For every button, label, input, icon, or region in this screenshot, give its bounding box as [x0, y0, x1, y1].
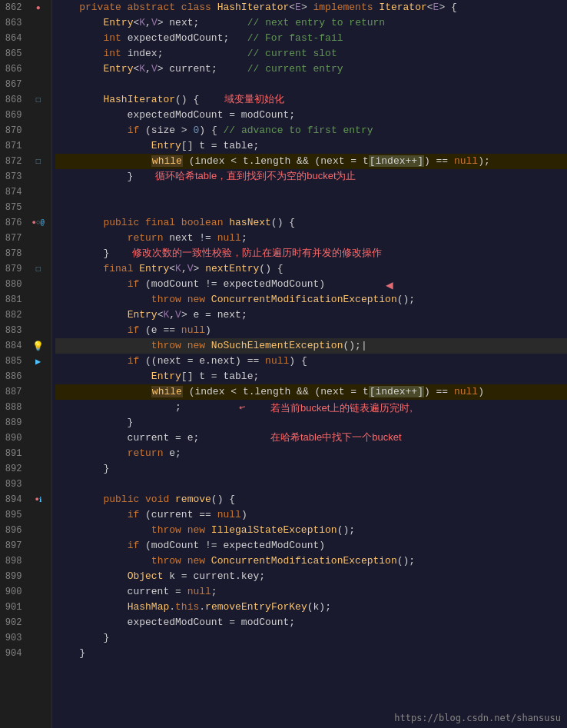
fold-868[interactable]: □	[28, 96, 48, 105]
code-line-865: int index; // current slot	[55, 46, 567, 61]
code-line-898: throw new ConcurrentModificationExceptio…	[55, 553, 567, 569]
code-line-882: Entry<K,V> e = next;	[55, 307, 567, 323]
code-line-883: if (e == null)	[55, 323, 567, 338]
code-line-877: return next != null;	[55, 231, 567, 246]
annotation-bucket1: 若当前bucket上的链表遍历完时,	[270, 401, 413, 415]
code-line-867	[55, 77, 567, 92]
annotation-modcount: 修改次数的一致性校验，防止在遍历时有并发的修改操作	[132, 246, 382, 260]
code-line-873: } 循环哈希table，直到找到不为空的bucket为止	[55, 169, 567, 184]
multi-icon-894[interactable]: ●ℹ	[28, 496, 48, 504]
code-line-881: throw new ConcurrentModificationExceptio…	[55, 292, 567, 307]
code-line-889: } 若当前bucket上的链表遍历完时,	[55, 415, 567, 430]
annotation-bucket2: 在哈希table中找下一个bucket	[270, 430, 402, 444]
code-line-902: expectedModCount = modCount;	[55, 615, 567, 630]
fold-872[interactable]: □	[28, 158, 48, 166]
code-line-886: Entry[] t = table;	[55, 369, 567, 384]
fold-879[interactable]: □	[28, 265, 48, 274]
code-line-869: expectedModCount = modCount;	[55, 108, 567, 123]
code-line-904: }	[55, 646, 567, 661]
code-line-884: throw new NoSuchElementException();|	[55, 338, 567, 354]
code-line-894: public void remove() {	[55, 492, 567, 507]
code-line-893	[55, 477, 567, 492]
url-bar: https://blog.csdn.net/shansusu	[394, 713, 561, 723]
code-editor: 862● 863 864 865 866 867 868□ 869 870 87…	[0, 0, 567, 728]
breakpoint-862[interactable]: ●	[28, 4, 48, 12]
code-line-876: public final boolean hasNext() {	[55, 215, 567, 231]
code-line-872: while (index < t.length && (next = t[ind…	[55, 154, 567, 169]
code-line-896: throw new IllegalStateException();	[55, 523, 567, 538]
line-gutter: 862● 863 864 865 866 867 868□ 869 870 87…	[0, 0, 52, 728]
code-line-892: }	[55, 461, 567, 477]
code-line-868: HashIterator() { 域变量初始化	[55, 92, 567, 108]
red-arrow-880: ◀	[386, 278, 393, 293]
code-line-878: } 修改次数的一致性校验，防止在遍历时有并发的修改操作	[55, 246, 567, 261]
code-line-887: while (index < t.length && (next = t[ind…	[55, 384, 567, 400]
multi-icon-876[interactable]: ●○@	[28, 219, 48, 227]
annotation-loop: 循环哈希table，直到找到不为空的bucket为止	[155, 169, 356, 183]
code-line-875	[55, 200, 567, 215]
code-line-890: current = e; 在哈希table中找下一个bucket	[55, 430, 567, 446]
code-line-870: if (size > 0) { // advance to first entr…	[55, 123, 567, 138]
code-line-897: if (modCount != expectedModCount)	[55, 538, 567, 553]
code-line-879: final Entry<K,V> nextEntry() {	[55, 261, 567, 277]
code-line-874	[55, 184, 567, 200]
code-line-863: Entry<K,V> next; // next entry to return	[55, 15, 567, 31]
code-line-900: current = null;	[55, 584, 567, 600]
code-line-885: if ((next = e.next) == null) {	[55, 354, 567, 369]
annotation-domain-init: 域变量初始化	[224, 92, 284, 106]
code-line-891: return e;	[55, 446, 567, 461]
code-line-871: Entry[] t = table;	[55, 138, 567, 154]
code-line-901: HashMap.this.removeEntryForKey(k);	[55, 600, 567, 615]
code-line-903: }	[55, 630, 567, 646]
code-line-899: Object k = current.key;	[55, 569, 567, 584]
bulb-884[interactable]: 💡	[28, 341, 48, 352]
code-content-area: private abstract class HashIterator<E> i…	[52, 0, 567, 728]
code-line-895: if (current == null)	[55, 507, 567, 523]
red-arrow-888: ↙	[237, 399, 249, 414]
code-line-880: if (modCount != expectedModCount) ◀	[55, 277, 567, 292]
code-line-862: private abstract class HashIterator<E> i…	[55, 0, 567, 15]
arrow-885[interactable]: ▶	[28, 356, 48, 367]
code-line-864: int expectedModCount; // For fast-fail	[55, 31, 567, 46]
code-line-866: Entry<K,V> current; // current entry	[55, 61, 567, 77]
